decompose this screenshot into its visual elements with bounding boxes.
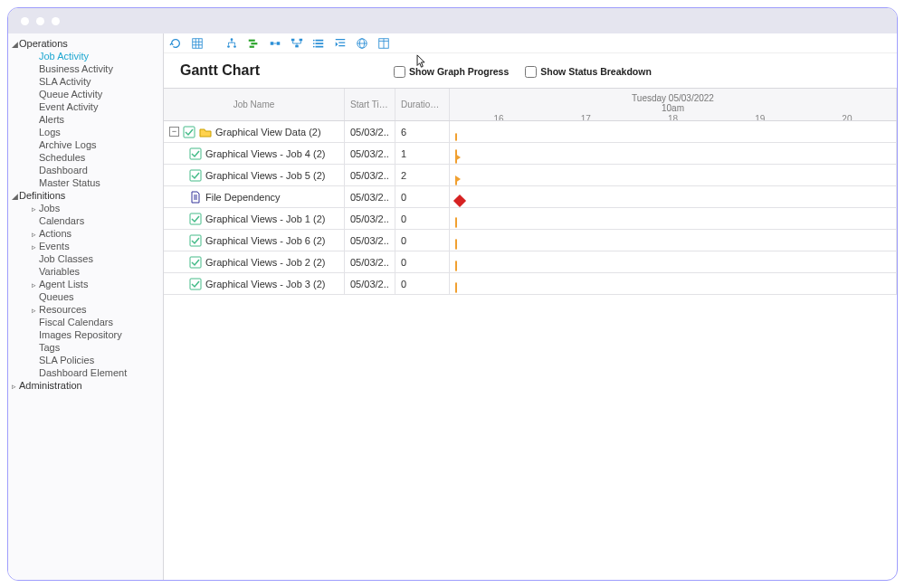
milestone-icon bbox=[453, 194, 466, 207]
row-name: Graphical Views - Job 1 (2) bbox=[205, 213, 325, 224]
sidebar-item-actions[interactable]: ▹Actions bbox=[8, 227, 163, 240]
collapse-icon[interactable]: − bbox=[169, 127, 179, 137]
svg-rect-9 bbox=[251, 43, 257, 44]
window-dot[interactable] bbox=[36, 17, 44, 25]
window-dot[interactable] bbox=[21, 17, 29, 25]
chart-options: Show Graph Progress Show Status Breakdow… bbox=[394, 66, 652, 78]
job-check-icon bbox=[183, 126, 195, 138]
row-dur: 0 bbox=[395, 186, 450, 207]
globe-icon[interactable] bbox=[356, 37, 368, 50]
gantt-icon[interactable] bbox=[247, 37, 260, 50]
gantt-row[interactable]: − Graphical View Data (2) 05/03/2.. 6 bbox=[164, 121, 897, 143]
sidebar-item-business-activity[interactable]: Business Activity bbox=[8, 62, 163, 75]
col-header-dur[interactable]: Duration (Min bbox=[395, 89, 450, 120]
nodes-icon[interactable] bbox=[269, 37, 281, 50]
sidebar-item-dashboard[interactable]: Dashboard bbox=[8, 164, 163, 176]
svg-rect-36 bbox=[190, 235, 201, 246]
app-body: ◢Operations Job Activity Business Activi… bbox=[8, 33, 897, 580]
sidebar-item-master-status[interactable]: Master Status bbox=[8, 176, 163, 189]
sidebar-section-operations[interactable]: ◢Operations bbox=[8, 37, 163, 50]
sidebar-item-label: Jobs bbox=[39, 203, 60, 213]
flow-icon[interactable] bbox=[291, 37, 303, 50]
refresh-icon[interactable] bbox=[169, 37, 182, 50]
sidebar-item-queue-activity[interactable]: Queue Activity bbox=[8, 88, 163, 100]
hierarchy-icon[interactable] bbox=[225, 37, 238, 50]
sidebar-item-job-activity[interactable]: Job Activity bbox=[8, 50, 163, 62]
gantt-row[interactable]: Graphical Views - Job 4 (2) 05/03/2.. 1 bbox=[164, 143, 897, 165]
gantt-row[interactable]: File Dependency 05/03/2.. 0 bbox=[164, 186, 897, 208]
gantt-row[interactable]: Graphical Views - Job 3 (2) 05/03/2.. 0 bbox=[164, 273, 897, 295]
row-dur: 6 bbox=[395, 121, 450, 142]
svg-point-7 bbox=[233, 45, 236, 48]
job-check-icon bbox=[189, 213, 202, 225]
svg-rect-37 bbox=[190, 257, 201, 268]
window-dot[interactable] bbox=[52, 17, 60, 25]
row-name: File Dependency bbox=[205, 192, 281, 203]
sidebar-section-definitions[interactable]: ◢Definitions bbox=[8, 189, 163, 202]
row-name: Graphical Views - Job 5 (2) bbox=[205, 170, 325, 181]
sidebar-item-archive-logs[interactable]: Archive Logs bbox=[8, 138, 163, 151]
sidebar-item-resources[interactable]: ▹Resources bbox=[8, 303, 163, 316]
sidebar-item-sla-policies[interactable]: SLA Policies bbox=[8, 354, 163, 366]
timeline-tick: 19 bbox=[755, 114, 765, 120]
sidebar-item-variables[interactable]: Variables bbox=[8, 265, 163, 278]
sidebar-item-agent-lists[interactable]: ▹Agent Lists bbox=[8, 278, 163, 290]
gantt-row[interactable]: Graphical Views - Job 2 (2) 05/03/2.. 0 bbox=[164, 251, 897, 273]
sidebar-item-job-classes[interactable]: Job Classes bbox=[8, 252, 163, 265]
sidebar-item-alerts[interactable]: Alerts bbox=[8, 113, 163, 126]
svg-point-6 bbox=[227, 45, 230, 48]
list-icon[interactable] bbox=[312, 37, 325, 50]
gantt-row[interactable]: Graphical Views - Job 5 (2) 05/03/2.. 2 bbox=[164, 165, 897, 186]
row-start: 05/03/2.. bbox=[345, 121, 395, 142]
content-area: Gantt Chart Show Graph Progress Show Sta… bbox=[164, 53, 897, 580]
timeline-tick: 16 bbox=[494, 114, 504, 120]
row-start: 05/03/2.. bbox=[345, 143, 395, 164]
col-header-name[interactable]: Job Name bbox=[164, 89, 345, 120]
row-dur: 0 bbox=[395, 273, 450, 294]
timeline-tick: 20 bbox=[842, 114, 852, 120]
job-check-icon bbox=[189, 256, 202, 269]
svg-rect-16 bbox=[295, 44, 299, 47]
file-icon bbox=[189, 191, 202, 204]
sidebar-item-images-repository[interactable]: Images Repository bbox=[8, 328, 163, 341]
show-status-breakdown-checkbox[interactable]: Show Status Breakdown bbox=[525, 66, 652, 78]
sidebar-section-administration[interactable]: ▹Administration bbox=[8, 379, 163, 392]
row-start: 05/03/2.. bbox=[345, 273, 395, 294]
row-start: 05/03/2.. bbox=[345, 186, 395, 207]
sidebar-item-event-activity[interactable]: Event Activity bbox=[8, 100, 163, 113]
sidebar-item-queues[interactable]: Queues bbox=[8, 290, 163, 303]
show-graph-progress-checkbox[interactable]: Show Graph Progress bbox=[394, 66, 509, 78]
svg-point-21 bbox=[313, 43, 315, 44]
row-dur: 0 bbox=[395, 208, 450, 229]
gantt-row[interactable]: Graphical Views - Job 6 (2) 05/03/2.. 0 bbox=[164, 230, 897, 251]
row-name: Graphical Views - Job 6 (2) bbox=[205, 235, 325, 246]
grid-icon[interactable] bbox=[191, 37, 204, 50]
window-titlebar bbox=[8, 8, 897, 33]
sidebar-item-dashboard-element[interactable]: Dashboard Element bbox=[8, 366, 163, 379]
sidebar-item-logs[interactable]: Logs bbox=[8, 126, 163, 138]
svg-rect-32 bbox=[184, 127, 195, 138]
checkbox-label: Show Graph Progress bbox=[409, 66, 509, 77]
sidebar-item-fiscal-calendars[interactable]: Fiscal Calendars bbox=[8, 316, 163, 328]
sidebar-item-tags[interactable]: Tags bbox=[8, 341, 163, 354]
sidebar-item-label: Resources bbox=[39, 304, 87, 315]
row-name: Graphical Views - Job 3 (2) bbox=[205, 279, 325, 289]
sidebar-item-schedules[interactable]: Schedules bbox=[8, 151, 163, 164]
table-icon[interactable] bbox=[377, 37, 390, 50]
sidebar: ◢Operations Job Activity Business Activi… bbox=[8, 33, 164, 580]
svg-rect-8 bbox=[249, 39, 255, 41]
gantt-grid: Job Name Start Time Duration (Min Tuesda… bbox=[164, 88, 897, 295]
timeline-day-label: Tuesday 05/03/2022 bbox=[455, 92, 891, 103]
col-header-start[interactable]: Start Time bbox=[345, 89, 395, 120]
page-title: Gantt Chart bbox=[173, 59, 260, 84]
sidebar-item-calendars[interactable]: Calendars bbox=[8, 214, 163, 227]
svg-rect-15 bbox=[300, 38, 303, 41]
sidebar-item-jobs[interactable]: ▹Jobs bbox=[8, 202, 163, 214]
sidebar-item-events[interactable]: ▹Events bbox=[8, 240, 163, 252]
svg-rect-11 bbox=[271, 42, 274, 45]
gantt-row[interactable]: Graphical Views - Job 1 (2) 05/03/2.. 0 bbox=[164, 208, 897, 230]
row-start: 05/03/2.. bbox=[345, 165, 395, 185]
sidebar-item-sla-activity[interactable]: SLA Activity bbox=[8, 75, 163, 88]
job-check-icon bbox=[189, 234, 202, 247]
indent-icon[interactable] bbox=[334, 37, 347, 50]
